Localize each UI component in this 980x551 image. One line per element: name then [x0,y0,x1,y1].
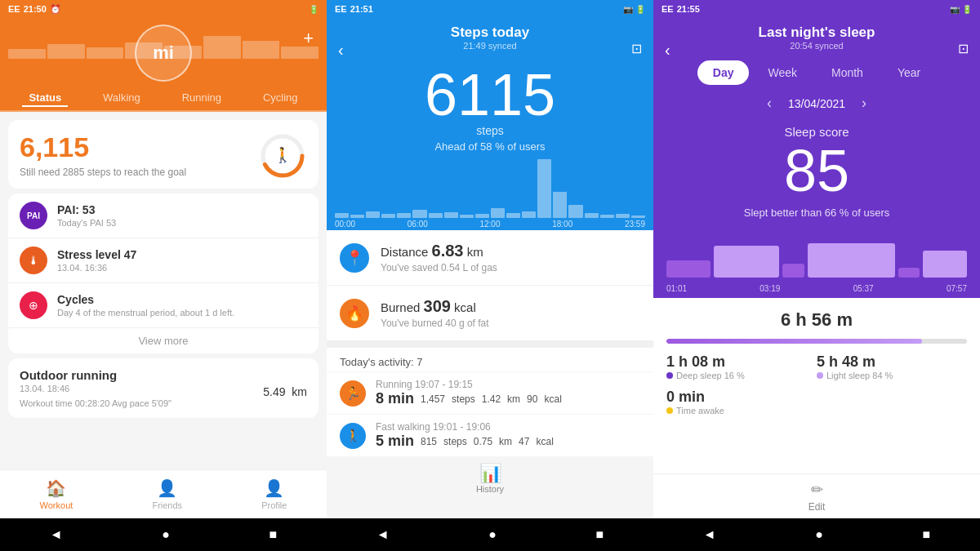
tab-walking[interactable]: Walking [96,90,147,105]
sleep-progress-bar [666,339,967,344]
running-activity: 🏃 Running 19:07 - 19:15 8 min 1,457 step… [327,371,653,414]
steps-display: 6115 steps Ahead of 58 % of users [327,54,653,153]
calories-value: Burned 309 kcal [381,297,489,316]
carrier-1: EE [8,4,20,14]
chart-bar-10 [491,208,505,218]
back-button-2[interactable]: ‹ [338,41,344,60]
back-button-3[interactable]: ‹ [665,41,670,60]
recent-sys-3[interactable]: ■ [923,527,931,542]
recent-button-sys[interactable]: ■ [270,527,278,542]
status-icons-3: 📷 🔋 [950,5,972,14]
chart-bar-8 [460,215,474,218]
tab-month[interactable]: Month [816,60,879,85]
edit-button[interactable]: ✏ Edit [808,481,826,513]
battery-icon: 🔋 [309,5,318,14]
walking-title: Fast walking 19:01 - 19:06 [376,421,640,433]
share-button-3[interactable]: ⊡ [958,41,969,56]
p1-main-content: 6,115 Still need 2885 steps to reach the… [0,112,327,469]
next-date-button[interactable]: › [862,95,866,112]
p1-background-chart [8,26,318,59]
chart-bar [243,41,280,59]
tab-cycling[interactable]: Cycling [256,90,305,105]
awake-value: 0 min [666,389,967,406]
time-1: 21:50 [24,4,47,14]
distance-sub: You've saved 0.54 L of gas [381,262,497,273]
calories-icon: 🔥 [340,299,369,328]
history-label: History [476,484,504,494]
stress-icon: 🌡 [20,247,47,274]
recent-sys-2[interactable]: ■ [596,527,604,542]
chart-bar-9 [475,214,489,218]
workout-detail: Workout time 00:28:20 Avg pace 5'09" [20,398,172,408]
chart-time-3: 18:00 [552,220,572,229]
share-button-2[interactable]: ⊡ [631,41,642,56]
pai-sub: Today's PAI 53 [57,218,116,228]
activity-tabs: Status Walking Running Cycling [0,85,327,112]
tab-year[interactable]: Year [882,60,936,85]
back-sys-2[interactable]: ◄ [376,527,390,542]
back-button-sys[interactable]: ◄ [50,527,63,542]
nav-workout[interactable]: 🏠 Workout [40,478,74,510]
chart-bar [8,49,46,59]
nav-workout-label: Workout [40,500,74,510]
prev-date-button[interactable]: ‹ [767,95,772,112]
friends-icon: 👤 [157,478,177,498]
tab-status[interactable]: Status [22,90,68,107]
tab-week[interactable]: Week [752,60,813,85]
chart-bar-19 [631,216,645,218]
pai-metric: PAI PAI: 53 Today's PAI 53 [8,193,318,238]
pai-icon: PAI [20,202,47,229]
add-button[interactable]: + [303,28,314,49]
carrier-3: EE [662,4,674,14]
walking-activity: 🚶 Fast walking 19:01 - 19:06 5 min 815 s… [327,414,653,456]
workout-date: 13.04. 18:46 [20,384,172,393]
walking-icon: 🚶 [340,423,366,449]
sync-time-2: 21:49 synced [463,41,516,51]
edit-icon: ✏ [811,481,823,499]
p3-header: ‹ Last night's sleep 20:54 synced ⊡ [653,18,980,54]
home-sys-3[interactable]: ● [815,527,823,542]
home-button-sys[interactable]: ● [162,527,170,542]
stress-title: Stress level 47 [57,248,136,261]
sleep-score-section: Sleep score 85 Slept better than 66 % of… [653,118,980,222]
tab-running[interactable]: Running [176,90,228,105]
edit-label: Edit [808,501,826,513]
chart-bar-6 [429,213,443,218]
chart-bar-1 [350,215,364,218]
running-stats: 8 min 1,457 steps 1.42 km 90 kcal [376,390,640,407]
nav-profile[interactable]: 👤 Profile [261,478,287,510]
awake-label: Time awake [666,406,967,415]
metrics-card: PAI PAI: 53 Today's PAI 53 🌡 Stress leve… [8,193,318,353]
sleep-bar-2 [714,246,779,278]
view-more-button[interactable]: View more [8,328,318,353]
sleep-bar-5 [898,268,920,278]
p1-header: mi + [0,18,327,85]
cycles-sub: Day 4 of the menstrual period, about 1 d… [57,308,234,318]
steps-ring: 🚶 [258,131,307,180]
chart-bar-5 [412,210,426,218]
nav-friends[interactable]: 👤 Friends [152,478,182,510]
chart-time-labels: 00:00 06:00 12:00 18:00 23:59 [327,218,653,230]
back-sys-3[interactable]: ◄ [703,527,716,542]
sleep-duration: 6 h 56 m [653,298,980,339]
awake-dot [666,407,673,414]
history-icon[interactable]: 📊 [479,463,501,484]
tab-day[interactable]: Day [697,60,750,85]
steps-title: Steps today [451,24,529,41]
chart-bar-3 [381,214,395,218]
system-nav-bar-1: ◄ ● ■ [0,518,327,551]
score-number: 85 [653,139,980,203]
sleep-details: 6 h 56 m 1 h 08 m Deep sleep 16 % 5 h 48… [653,298,980,473]
sleep-progress-fill [666,339,922,344]
light-sleep-label: Light sleep 84 % [817,371,967,380]
steps-chart [327,153,653,218]
sleep-time-2: 05:37 [853,284,874,293]
chart-bar-14 [553,192,567,218]
sleep-time-3: 07:57 [947,284,967,293]
status-bar-2: EE 21:51 📷 🔋 [327,0,653,18]
sleep-chart [666,229,967,278]
steps-ahead-text: Ahead of 58 % of users [327,140,653,153]
stress-sub: 13.04. 16:36 [57,263,136,273]
home-sys-2[interactable]: ● [488,527,497,542]
sleep-time-0: 01:01 [666,284,687,293]
